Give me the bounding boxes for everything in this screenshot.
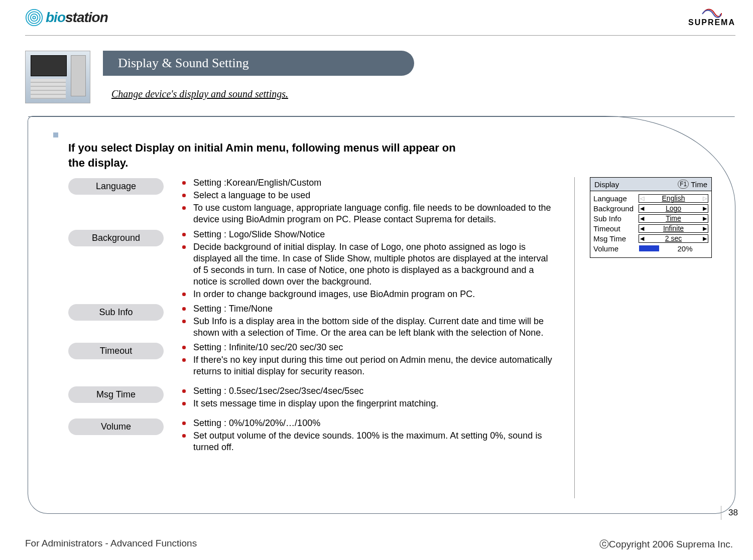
pill-language: Language bbox=[68, 178, 164, 195]
list-item: Setting : Logo/Slide Show/Notice bbox=[181, 229, 554, 240]
right-arrow-icon: ▶ bbox=[703, 215, 707, 222]
left-arrow-icon: ◀ bbox=[640, 205, 644, 212]
ds-label: Volume bbox=[593, 244, 639, 253]
setting-block-msgtime: Msg Time Setting : 0.5sec/1sec/2sec/3sec… bbox=[68, 385, 554, 410]
ds-label: Background bbox=[593, 204, 639, 213]
device-thumbnail bbox=[25, 51, 90, 103]
logo-biostation-text: biostation bbox=[46, 10, 108, 26]
setting-block-background: Background Setting : Logo/Slide Show/Not… bbox=[68, 229, 554, 301]
device-screen-title: Display F1 Time bbox=[590, 178, 711, 191]
ds-label: Language bbox=[593, 194, 639, 203]
list-item: Sub Info is a display area in the bottom… bbox=[181, 316, 554, 339]
ds-label: Sub Info bbox=[593, 214, 639, 223]
list-item: Set output volume of the device sounds. … bbox=[181, 430, 554, 453]
pill-volume: Volume bbox=[68, 418, 164, 435]
fingerprint-icon bbox=[25, 9, 43, 27]
setting-block-timeout: Timeout Setting : Infinite/10 sec/20 sec… bbox=[68, 342, 554, 378]
list-item: Setting : 0.5sec/1sec/2sec/3sec/4sec/5se… bbox=[181, 385, 554, 397]
device-screen-title-text: Display bbox=[594, 180, 619, 189]
setting-block-language: Language Setting :Korean/English/Custom … bbox=[68, 177, 554, 226]
volume-bar-icon bbox=[639, 245, 659, 251]
header: biostation SUPREMA bbox=[0, 0, 753, 35]
footer: For Administrators - Advanced Functions … bbox=[25, 538, 733, 551]
intro-text: If you select Display on initial Amin me… bbox=[68, 141, 460, 170]
list-item: Select a language to be used bbox=[181, 190, 554, 201]
left-arrow-icon: ◀ bbox=[640, 215, 644, 222]
ds-row-language: Language ◁ English ▷ bbox=[593, 193, 708, 203]
svg-point-3 bbox=[33, 16, 35, 19]
settings-column: Language Setting :Korean/English/Custom … bbox=[68, 177, 554, 498]
device-screen: Display F1 Time Language ◁ English ▷ bbox=[590, 177, 712, 258]
device-preview-column: Display F1 Time Language ◁ English ▷ bbox=[574, 177, 715, 498]
bullet-square-icon bbox=[53, 132, 58, 137]
setting-block-volume: Volume Setting : 0%/10%/20%/…/100% Set o… bbox=[68, 417, 554, 454]
list-item: Setting : 0%/10%/20%/…/100% bbox=[181, 417, 554, 429]
right-arrow-icon: ▷ bbox=[703, 195, 707, 202]
header-divider bbox=[25, 35, 735, 36]
footer-right: ⓒCopyright 2006 Suprema Inc. bbox=[599, 538, 733, 551]
suprema-icon bbox=[701, 8, 722, 18]
page-number: 38 bbox=[721, 506, 738, 520]
ds-label: Msg Time bbox=[593, 234, 639, 243]
right-arrow-icon: ▶ bbox=[703, 225, 707, 232]
f1-badge: F1 bbox=[678, 180, 689, 189]
svg-point-1 bbox=[28, 12, 40, 23]
f1-label: Time bbox=[691, 180, 707, 189]
main-panel: If you select Display on initial Amin me… bbox=[28, 116, 735, 514]
svg-point-2 bbox=[31, 14, 38, 21]
list-item: It sets message time in display upon the… bbox=[181, 398, 554, 409]
setting-block-subinfo: Sub Info Setting : Time/None Sub Info is… bbox=[68, 303, 554, 340]
left-arrow-icon: ◀ bbox=[640, 235, 644, 242]
logo-biostation: biostation bbox=[25, 9, 108, 27]
pill-msgtime: Msg Time bbox=[68, 386, 164, 403]
left-arrow-icon: ◀ bbox=[640, 225, 644, 232]
list-item: Decide background of initial display. In… bbox=[181, 241, 554, 288]
left-arrow-icon: ◁ bbox=[640, 195, 644, 202]
ds-row-timeout: Timeout ◀ Infinite ▶ bbox=[593, 223, 708, 233]
list-item: Setting : Time/None bbox=[181, 303, 554, 315]
list-item: If there's no key input during this time… bbox=[181, 354, 554, 377]
page-subtitle: Change device's display and sound settin… bbox=[111, 88, 753, 100]
logo-suprema-text: SUPREMA bbox=[688, 18, 735, 27]
pill-timeout: Timeout bbox=[68, 343, 164, 359]
ds-volume-value: 20% bbox=[639, 245, 708, 252]
right-arrow-icon: ▶ bbox=[703, 235, 707, 242]
list-item: Setting : Infinite/10 sec/20 sec/30 sec bbox=[181, 342, 554, 353]
list-item: In order to change background images, us… bbox=[181, 289, 554, 300]
page-title: Display & Sound Setting bbox=[103, 51, 414, 76]
footer-left: For Administrators - Advanced Functions bbox=[25, 538, 197, 551]
ds-val: ◀ Logo ▶ bbox=[639, 204, 708, 213]
ds-val: ◀ Time ▶ bbox=[639, 214, 708, 223]
list-item: To use custom language, appropriate lang… bbox=[181, 202, 554, 225]
logo-suprema: SUPREMA bbox=[688, 8, 735, 27]
ds-row-subinfo: Sub Info ◀ Time ▶ bbox=[593, 213, 708, 223]
right-arrow-icon: ▶ bbox=[703, 205, 707, 212]
ds-label: Timeout bbox=[593, 224, 639, 233]
ds-row-msgtime: Msg Time ◀ 2 sec ▶ bbox=[593, 233, 708, 243]
ds-val: ◀ Infinite ▶ bbox=[639, 224, 708, 233]
ds-val: ◁ English ▷ bbox=[639, 194, 708, 203]
list-item: Setting :Korean/English/Custom bbox=[181, 177, 554, 189]
title-row: Display & Sound Setting Change device's … bbox=[25, 51, 753, 103]
ds-row-background: Background ◀ Logo ▶ bbox=[593, 203, 708, 213]
pill-subinfo: Sub Info bbox=[68, 304, 164, 321]
ds-val: ◀ 2 sec ▶ bbox=[639, 234, 708, 243]
ds-row-volume: Volume 20% bbox=[593, 243, 708, 253]
pill-background: Background bbox=[68, 230, 164, 246]
